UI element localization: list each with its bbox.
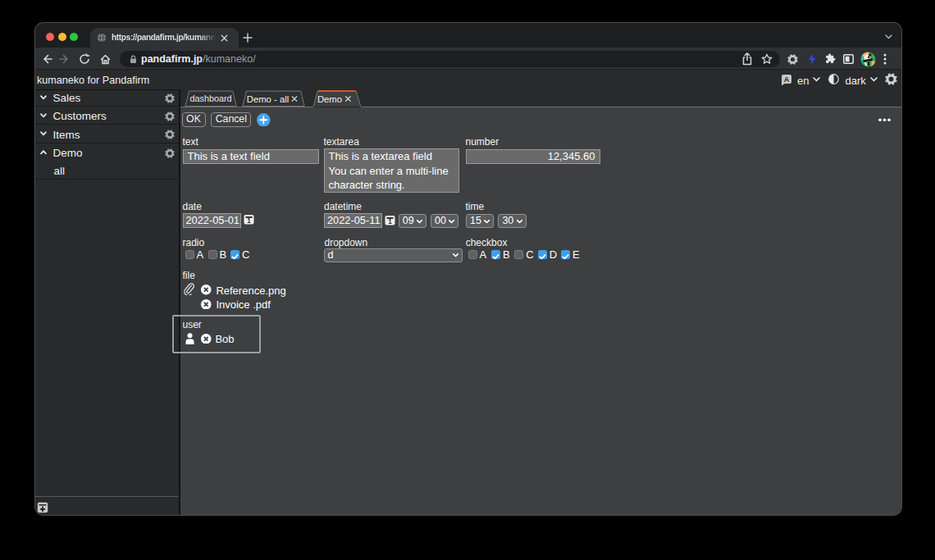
svg-text:Demo: Demo (317, 94, 341, 104)
svg-text:A: A (784, 75, 790, 84)
svg-text:Demo - all: Demo - all (246, 94, 288, 104)
svg-text:dashboard: dashboard (189, 93, 231, 103)
